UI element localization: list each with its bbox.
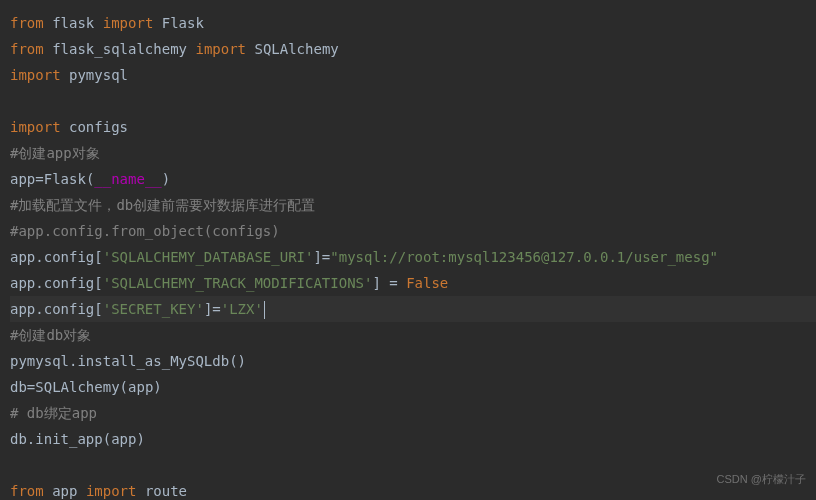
code-line: #加载配置文件，db创建前需要对数据库进行配置 xyxy=(10,192,816,218)
code-line: app=Flask(__name__) xyxy=(10,166,816,192)
code-editor[interactable]: from flask import Flask from flask_sqlal… xyxy=(10,10,816,500)
code-line: app.config['SQLALCHEMY_TRACK_MODIFICATIO… xyxy=(10,270,816,296)
code-line: app.config['SQLALCHEMY_DATABASE_URI']="m… xyxy=(10,244,816,270)
code-line: from app import route xyxy=(10,478,816,500)
code-line: from flask_sqlalchemy import SQLAlchemy xyxy=(10,36,816,62)
text-caret xyxy=(264,301,265,319)
code-line-active: app.config['SECRET_KEY']='LZX' xyxy=(10,296,816,322)
code-line: #创建app对象 xyxy=(10,140,816,166)
code-line: #app.config.from_object(configs) xyxy=(10,218,816,244)
code-line: #创建db对象 xyxy=(10,322,816,348)
code-line xyxy=(10,88,816,114)
code-line: import configs xyxy=(10,114,816,140)
code-line: from flask import Flask xyxy=(10,10,816,36)
code-line: # db绑定app xyxy=(10,400,816,426)
code-line: db=SQLAlchemy(app) xyxy=(10,374,816,400)
code-line: import pymysql xyxy=(10,62,816,88)
code-line: pymysql.install_as_MySQLdb() xyxy=(10,348,816,374)
code-line xyxy=(10,452,816,478)
code-line: db.init_app(app) xyxy=(10,426,816,452)
watermark: CSDN @柠檬汁子 xyxy=(717,466,806,492)
